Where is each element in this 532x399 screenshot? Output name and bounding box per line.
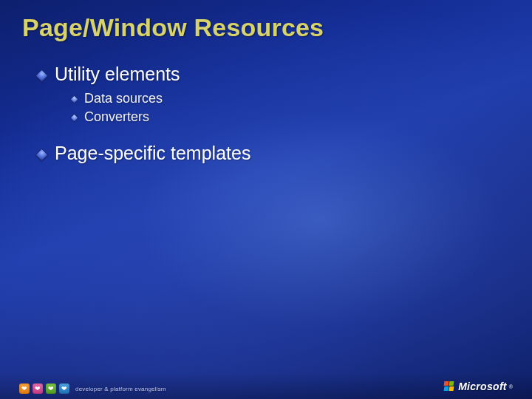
list-item-label: Data sources	[84, 91, 163, 106]
list-item: Converters	[69, 109, 502, 125]
list-item-label: Page-specific templates	[55, 143, 250, 163]
microsoft-flag-icon	[444, 381, 455, 392]
list-item-label: Utility elements	[55, 64, 180, 84]
slide: Page/Window Resources Utility elements D…	[0, 0, 532, 399]
list-item: Utility elements Data sources Converters	[35, 64, 502, 125]
heart-icon: ❤	[33, 383, 43, 394]
microsoft-wordmark: Microsoft	[458, 381, 507, 392]
slide-title: Page/Window Resources	[22, 13, 324, 42]
footer-right-logo: Microsoft ®	[444, 381, 513, 392]
slide-footer: ❤ ❤ ❤ ❤ developer & platform evangelism …	[0, 372, 532, 399]
heart-icon: ❤	[19, 383, 30, 394]
bullet-list-level2: Data sources Converters	[69, 91, 502, 125]
list-item-label: Converters	[84, 109, 149, 124]
list-item: Page-specific templates	[35, 143, 502, 164]
footer-left-logo: ❤ ❤ ❤ ❤ developer & platform evangelism	[19, 383, 166, 394]
slide-body: Utility elements Data sources Converters…	[35, 64, 502, 171]
footer-evangelism-text: developer & platform evangelism	[75, 386, 166, 392]
bullet-list-level1: Utility elements Data sources Converters…	[35, 64, 502, 164]
registered-mark: ®	[509, 384, 513, 389]
heart-icon: ❤	[46, 383, 56, 394]
list-item: Data sources	[69, 91, 502, 106]
heart-icon: ❤	[59, 383, 69, 394]
